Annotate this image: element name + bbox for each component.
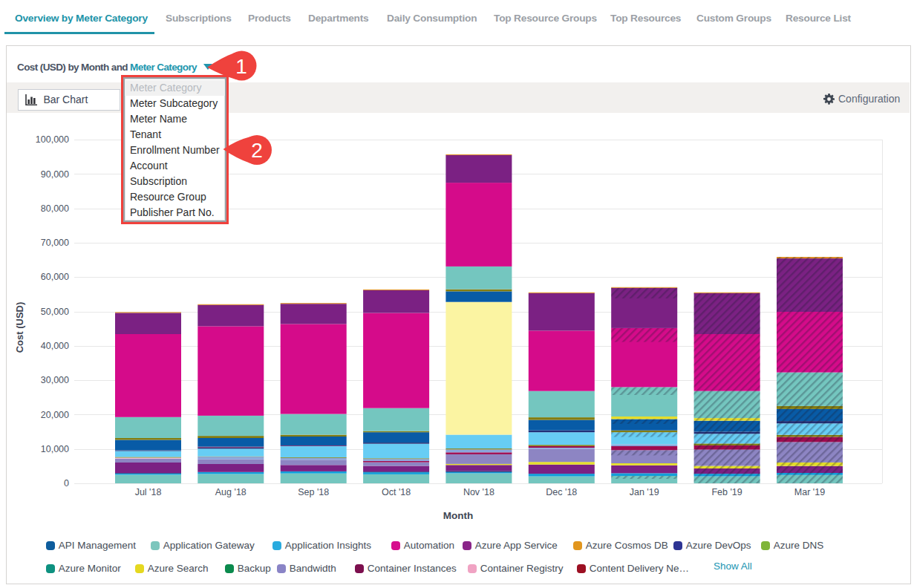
svg-text:Sep '18: Sep '18 [298, 487, 329, 497]
svg-text:Month: Month [443, 510, 473, 521]
svg-text:Cost (USD): Cost (USD) [14, 302, 25, 353]
svg-text:60,000: 60,000 [41, 272, 69, 282]
svg-text:100,000: 100,000 [36, 134, 69, 145]
svg-text:Jul '18: Jul '18 [135, 487, 162, 497]
svg-text:90,000: 90,000 [41, 169, 69, 180]
svg-text:30,000: 30,000 [41, 375, 69, 385]
svg-text:Dec '18: Dec '18 [546, 487, 577, 497]
svg-text:Jan '19: Jan '19 [630, 487, 659, 497]
svg-text:Feb '19: Feb '19 [711, 487, 742, 497]
svg-text:40,000: 40,000 [41, 341, 69, 351]
svg-text:0: 0 [64, 478, 69, 489]
svg-text:10,000: 10,000 [41, 444, 69, 454]
svg-text:20,000: 20,000 [41, 410, 69, 420]
svg-text:70,000: 70,000 [41, 238, 69, 248]
svg-text:Mar '19: Mar '19 [794, 487, 825, 497]
svg-text:80,000: 80,000 [41, 203, 69, 214]
svg-text:Aug '18: Aug '18 [215, 487, 247, 497]
svg-text:50,000: 50,000 [41, 307, 69, 317]
svg-text:Nov '18: Nov '18 [463, 487, 494, 497]
svg-text:Oct '18: Oct '18 [382, 487, 411, 497]
